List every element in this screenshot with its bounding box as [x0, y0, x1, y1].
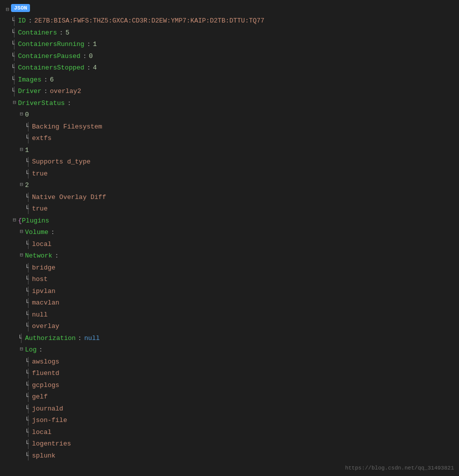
network-item-value: null — [32, 310, 48, 320]
ds-0-val-row: └ extfs — [25, 132, 455, 144]
containers-connector: └ — [11, 28, 18, 38]
driver-status-children: ⊟ 0 └ Backing Filesystem └ extfs — [11, 109, 455, 215]
ds-1-key-row: └ Supports d_type — [25, 156, 455, 168]
log-item: └journald — [25, 403, 455, 415]
ds-1-val: true — [32, 169, 48, 179]
log-item-value: local — [32, 428, 52, 438]
network-item: └bridge — [25, 262, 455, 274]
ds-2-node: ⊟ 2 └ Native Overlay Diff └ true — [18, 180, 455, 215]
containers-row: └ Containers ： 5 — [11, 27, 455, 39]
plugins-header-row: ⊟ { Plugins — [11, 215, 455, 227]
driver-key: Driver — [18, 86, 42, 96]
ds-2-val: true — [32, 204, 48, 214]
ds-2-header-row: ⊟ 2 — [18, 180, 455, 192]
log-item: └logentries — [25, 438, 455, 450]
log-item-value: gcplogs — [32, 380, 60, 390]
containers-running-value: 1 — [93, 40, 97, 50]
network-item: └null — [25, 309, 455, 321]
id-connector: └ — [11, 16, 18, 26]
network-item-value: macvlan — [32, 298, 60, 308]
root-children: └ ID ： 2E7B:BISA:FWFS:THZ5:GXCA:CD3R:D2E… — [4, 15, 455, 462]
driver-status-key: DriverStatus — [18, 98, 65, 108]
containers-key: Containers — [18, 28, 57, 38]
ds-0-header-row: ⊟ 0 — [18, 109, 455, 121]
ds-2-key-row: └ Native Overlay Diff — [25, 192, 455, 204]
containers-stopped-value: 4 — [93, 63, 97, 73]
ds-0-toggle[interactable]: ⊟ — [18, 110, 25, 118]
driver-status-node: ⊟ DriverStatus ： ⊟ 0 └ Backing Filesyste… — [11, 98, 455, 215]
containers-running-connector: └ — [11, 40, 18, 50]
volume-node: ⊟ Volume ： └ local — [18, 226, 455, 250]
plugins-key: Plugins — [22, 216, 50, 226]
ds-0-children: └ Backing Filesystem └ extfs — [18, 121, 455, 144]
ds-0-key: Backing Filesystem — [32, 122, 102, 132]
images-connector: └ — [11, 75, 18, 85]
driver-status-toggle[interactable]: ⊟ — [11, 98, 18, 107]
network-key: Network — [25, 251, 52, 261]
network-item: └macvlan — [25, 297, 455, 309]
ds-1-toggle[interactable]: ⊟ — [18, 146, 25, 154]
log-item: └awslogs — [25, 356, 455, 368]
auth-row: └ Authorization ： null — [18, 332, 455, 344]
log-item-value: journald — [32, 404, 63, 414]
json-badge: JSON — [11, 4, 30, 12]
log-toggle[interactable]: ⊟ — [18, 345, 25, 354]
root-toggle[interactable]: ⊟ — [4, 6, 11, 12]
network-item-value: ipvlan — [32, 286, 56, 296]
containers-paused-value: 0 — [89, 52, 93, 62]
ds-1-key: Supports d_type — [32, 157, 90, 167]
log-item: └json-file — [25, 414, 455, 426]
containers-value: 5 — [66, 28, 70, 38]
ds-1-node: ⊟ 1 └ Supports d_type └ true — [18, 144, 455, 180]
ds-1-header-row: ⊟ 1 — [18, 144, 455, 156]
driver-connector: └ — [11, 86, 18, 96]
ds-2-toggle[interactable]: ⊟ — [18, 180, 25, 189]
log-item: └splunk — [25, 450, 455, 462]
ds-0-node: ⊟ 0 └ Backing Filesystem └ extfs — [18, 109, 455, 144]
ds-2-label: 2 — [25, 180, 29, 190]
log-item-value: fluentd — [32, 368, 60, 378]
network-item: └host — [25, 274, 455, 286]
volume-val: local — [32, 240, 52, 250]
plugins-children: ⊟ Volume ： └ local ⊟ Netwo — [11, 226, 455, 462]
root-row: ⊟ JSON — [4, 4, 455, 14]
log-item: └gcplogs — [25, 380, 455, 392]
id-value: 2E7B:BISA:FWFS:THZ5:GXCA:CD3R:D2EW:YMP7:… — [34, 16, 264, 26]
log-item-value: gelf — [32, 392, 48, 402]
network-item-value: host — [32, 274, 48, 284]
network-item: └overlay — [25, 320, 455, 332]
volume-toggle[interactable]: ⊟ — [18, 228, 25, 236]
driver-value: overlay2 — [50, 86, 81, 96]
containers-running-key: ContainersRunning — [18, 40, 84, 50]
plugins-node: ⊟ { Plugins ⊟ Volume ： └ local — [11, 215, 455, 462]
plugins-brace: { — [18, 216, 22, 226]
driver-row: └ Driver ： overlay2 — [11, 86, 455, 98]
driver-status-row: ⊟ DriverStatus ： — [11, 98, 455, 110]
log-item-value: splunk — [32, 451, 56, 461]
root-container: ⊟ JSON └ ID ： 2E7B:BISA:FWFS:THZ5:GXCA:C… — [4, 4, 455, 462]
ds-2-children: └ Native Overlay Diff └ true — [18, 192, 455, 215]
plugins-toggle[interactable]: ⊟ — [11, 216, 18, 224]
network-toggle[interactable]: ⊟ — [18, 251, 25, 260]
containers-stopped-row: └ ContainersStopped ： 4 — [11, 62, 455, 74]
log-key: Log — [25, 345, 36, 355]
containers-paused-key: ContainersPaused — [18, 52, 80, 62]
ds-1-children: └ Supports d_type └ true — [18, 156, 455, 180]
containers-running-row: └ ContainersRunning ： 1 — [11, 38, 455, 50]
log-header-row: ⊟ Log ： — [18, 344, 455, 356]
ds-1-val-row: └ true — [25, 168, 455, 180]
log-item: └fluentd — [25, 368, 455, 380]
network-node: ⊟ Network ： └bridge└host└ipvlan└macvlan└… — [18, 250, 455, 332]
containers-stopped-key: ContainersStopped — [18, 63, 84, 73]
ds-0-val: extfs — [32, 134, 52, 144]
ds-2-val-row: └ true — [25, 203, 455, 215]
containers-paused-connector: └ — [11, 52, 18, 62]
id-row: └ ID ： 2E7B:BISA:FWFS:THZ5:GXCA:CD3R:D2E… — [11, 15, 455, 27]
ds-0-label: 0 — [25, 110, 29, 120]
log-item-value: logentries — [32, 439, 71, 449]
ds-0-key-row: └ Backing Filesystem — [25, 121, 455, 133]
network-item-value: overlay — [32, 322, 60, 332]
network-children: └bridge└host└ipvlan└macvlan└null└overlay — [18, 262, 455, 332]
network-item-value: bridge — [32, 263, 56, 273]
volume-children: └ local — [18, 238, 455, 250]
